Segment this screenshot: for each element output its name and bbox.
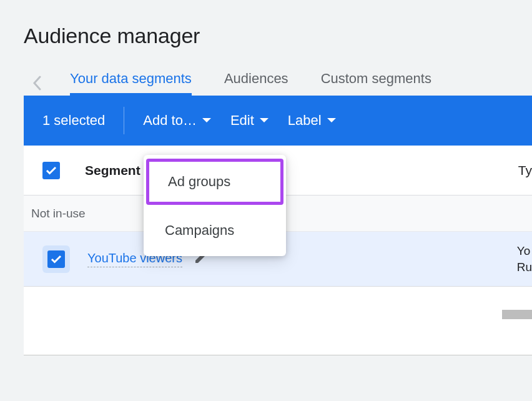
caret-down-icon [259,117,269,124]
add-to-dropdown: Ad groups Campaigns [144,155,286,256]
row-checkbox[interactable] [47,250,65,268]
action-label-text: Label [288,112,322,129]
add-to-button[interactable]: Add to… [143,112,212,129]
check-icon [46,166,57,175]
divider [124,107,124,134]
caret-down-icon [202,117,212,124]
edit-button[interactable]: Edit [230,112,269,129]
column-type[interactable]: Ty [518,163,532,178]
label-button[interactable]: Label [288,112,337,129]
selected-count: 1 selected [42,112,105,129]
tabs-container: Your data segments Audiences Custom segm… [0,48,532,96]
edit-label: Edit [230,112,254,129]
action-bar: 1 selected Add to… Edit Label [24,96,532,146]
tab-your-data-segments[interactable]: Your data segments [54,71,208,96]
type-line-1: Yo [517,243,532,259]
tab-custom-segments[interactable]: Custom segments [305,71,448,96]
menu-item-ad-groups[interactable]: Ad groups [146,159,283,205]
add-to-label: Add to… [143,112,197,129]
select-all-checkbox[interactable] [42,162,60,179]
chevron-left-icon [32,76,41,91]
type-line-2: Ru [517,259,532,275]
tab-audiences[interactable]: Audiences [208,71,305,96]
check-icon [51,255,62,264]
column-segment[interactable]: Segment [85,163,140,178]
menu-item-campaigns[interactable]: Campaigns [144,205,286,256]
back-button[interactable] [24,76,54,91]
row-checkbox-wrap [42,245,70,273]
scrollbar-fragment[interactable] [502,310,532,319]
page-title: Audience manager [0,0,532,48]
caret-down-icon [327,117,337,124]
table-blank-area [24,287,532,355]
row-type-cell: Yo Ru [517,243,532,275]
